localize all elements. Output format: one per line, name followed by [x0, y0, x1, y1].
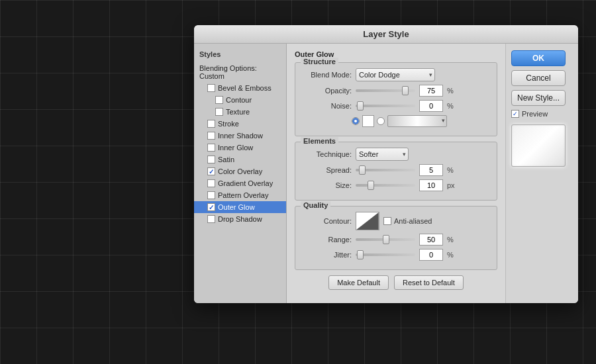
jitter-input[interactable]	[419, 249, 443, 261]
contour-thumbnail[interactable]	[356, 212, 379, 230]
size-input[interactable]	[419, 179, 443, 191]
range-thumb[interactable]	[383, 235, 389, 244]
outer-glow-label: Outer Glow	[218, 203, 255, 211]
blend-mode-select-wrapper: Color Dodge	[356, 68, 435, 81]
structure-group-label: Structure	[301, 58, 338, 66]
noise-thumb[interactable]	[357, 101, 364, 111]
color-overlay-label: Color Overlay	[218, 167, 262, 175]
sidebar-item-inner-glow[interactable]: Inner Glow	[194, 142, 286, 154]
color-swatch-gradient[interactable]: ▾	[387, 115, 447, 127]
jitter-row: Jitter: %	[302, 249, 490, 261]
sidebar-item-gradient-overlay[interactable]: Gradient Overlay	[194, 177, 286, 189]
inner-glow-label: Inner Glow	[218, 144, 253, 152]
right-panel: OK Cancel New Style... ✓ Preview	[505, 44, 578, 303]
blend-mode-row: Blend Mode: Color Dodge	[302, 68, 490, 81]
styles-panel-heading: Styles	[194, 48, 286, 62]
blending-options-label: Blending Options: Custom	[199, 64, 281, 80]
gradient-overlay-label: Gradient Overlay	[218, 179, 273, 187]
gradient-overlay-checkbox[interactable]	[207, 179, 215, 187]
contour-row: Contour: Anti-aliased	[302, 212, 490, 230]
opacity-input[interactable]	[419, 85, 443, 97]
noise-input[interactable]	[419, 100, 443, 112]
sidebar-item-stroke[interactable]: Stroke	[194, 118, 286, 130]
sidebar-item-drop-shadow[interactable]: Drop Shadow	[194, 213, 286, 225]
range-unit: %	[447, 236, 454, 244]
opacity-label: Opacity:	[302, 87, 352, 95]
anti-alias-row: Anti-aliased	[383, 217, 432, 225]
contour-checkbox[interactable]	[215, 96, 223, 104]
sidebar-item-inner-shadow[interactable]: Inner Shadow	[194, 130, 286, 142]
noise-slider[interactable]	[356, 105, 415, 107]
main-panel: Outer Glow Structure Blend Mode: Color D…	[287, 44, 505, 303]
sidebar-item-outer-glow[interactable]: ✓ Outer Glow	[194, 201, 286, 213]
structure-group: Structure Blend Mode: Color Dodge Opacit…	[295, 62, 497, 136]
elements-group: Elements Technique: Softer Precise Sprea…	[295, 142, 497, 201]
radio-gradient[interactable]	[377, 117, 385, 125]
opacity-thumb[interactable]	[402, 86, 409, 95]
outer-glow-checkbox[interactable]: ✓	[207, 203, 215, 211]
ok-button[interactable]: OK	[511, 50, 566, 66]
preview-checkbox[interactable]: ✓	[511, 110, 519, 118]
satin-label: Satin	[218, 156, 234, 163]
range-slider[interactable]	[356, 238, 415, 241]
noise-label: Noise:	[302, 102, 352, 110]
contour-svg	[356, 212, 379, 230]
bevel-emboss-label: Bevel & Emboss	[218, 84, 272, 92]
spread-label: Spread:	[302, 166, 352, 174]
gradient-arrow: ▾	[442, 117, 445, 124]
anti-alias-label: Anti-aliased	[394, 217, 432, 225]
quality-group-label: Quality	[301, 201, 330, 209]
color-overlay-checkbox[interactable]: ✓	[207, 167, 215, 175]
svg-marker-0	[356, 212, 378, 230]
bottom-buttons: Make Default Reset to Default	[295, 275, 497, 296]
color-overlay-checkmark: ✓	[209, 168, 214, 175]
new-style-button[interactable]: New Style...	[511, 90, 566, 106]
jitter-slider[interactable]	[356, 253, 415, 256]
pattern-overlay-label: Pattern Overlay	[218, 191, 268, 199]
size-thumb[interactable]	[368, 181, 374, 190]
inner-glow-checkbox[interactable]	[207, 144, 215, 152]
make-default-button[interactable]: Make Default	[328, 275, 389, 290]
opacity-unit: %	[447, 87, 454, 95]
sidebar-item-blending-options[interactable]: Blending Options: Custom	[194, 62, 286, 82]
radio-color[interactable]	[352, 117, 360, 125]
opacity-slider[interactable]	[356, 89, 415, 92]
sidebar-item-color-overlay[interactable]: ✓ Color Overlay	[194, 165, 286, 177]
color-row: ▾	[302, 115, 490, 127]
stroke-label: Stroke	[218, 120, 239, 128]
drop-shadow-checkbox[interactable]	[207, 215, 215, 223]
blend-mode-label: Blend Mode:	[302, 71, 352, 79]
quality-group: Quality Contour: Anti-aliased	[295, 206, 497, 270]
technique-select[interactable]: Softer Precise	[356, 148, 409, 161]
contour-row-label: Contour:	[302, 217, 352, 225]
size-unit: px	[447, 181, 455, 189]
inner-shadow-checkbox[interactable]	[207, 132, 215, 140]
texture-checkbox[interactable]	[215, 108, 223, 116]
anti-alias-checkbox[interactable]	[383, 217, 391, 225]
dialog-titlebar: Layer Style	[194, 25, 578, 44]
pattern-overlay-checkbox[interactable]	[207, 191, 215, 199]
range-label: Range:	[302, 236, 352, 244]
sidebar-item-satin[interactable]: Satin	[194, 154, 286, 165]
color-swatch-white[interactable]	[362, 115, 374, 127]
reset-to-default-button[interactable]: Reset to Default	[394, 275, 464, 290]
sidebar-item-bevel-emboss[interactable]: Bevel & Emboss	[194, 82, 286, 94]
preview-checkmark: ✓	[513, 111, 518, 117]
bevel-emboss-checkbox[interactable]	[207, 84, 215, 92]
range-input[interactable]	[419, 234, 443, 246]
cancel-button[interactable]: Cancel	[511, 70, 566, 86]
stroke-checkbox[interactable]	[207, 120, 215, 128]
sidebar-item-pattern-overlay[interactable]: Pattern Overlay	[194, 189, 286, 201]
jitter-thumb[interactable]	[357, 250, 364, 259]
spread-input[interactable]	[419, 164, 443, 176]
satin-checkbox[interactable]	[207, 156, 215, 163]
drop-shadow-label: Drop Shadow	[218, 215, 262, 223]
blend-mode-select[interactable]: Color Dodge	[356, 68, 435, 81]
sidebar-item-texture[interactable]: Texture	[194, 106, 286, 118]
noise-unit: %	[447, 102, 454, 110]
jitter-unit: %	[447, 251, 454, 259]
spread-slider[interactable]	[356, 169, 415, 171]
size-slider[interactable]	[356, 184, 415, 187]
spread-thumb[interactable]	[359, 165, 366, 175]
sidebar-item-contour[interactable]: Contour	[194, 94, 286, 106]
